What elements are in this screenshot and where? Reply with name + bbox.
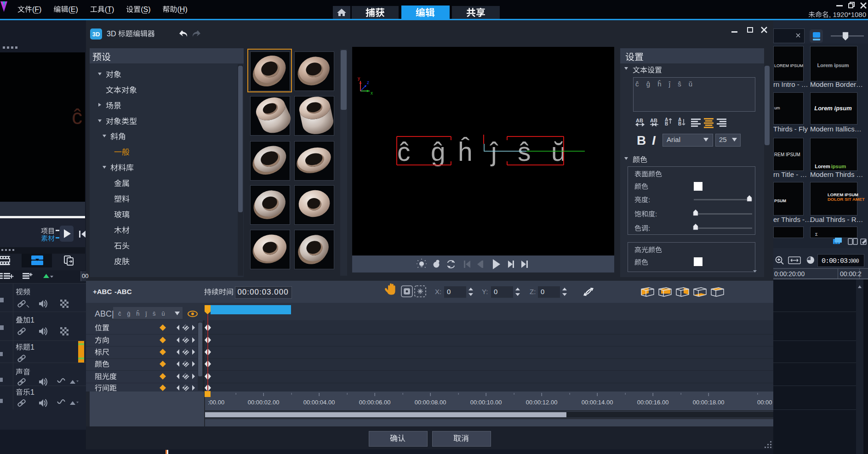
- svg-text::: :: [655, 210, 657, 218]
- svg-text:B: B: [665, 121, 668, 126]
- svg-text:00:00:04.00: 00:00:04.00: [303, 399, 335, 406]
- svg-text:PSUM: PSUM: [774, 199, 786, 203]
- svg-text:Lorem ipsum: Lorem ipsum: [814, 105, 852, 112]
- svg-text:, 1920*1080: , 1920*1080: [829, 11, 866, 18]
- svg-text:ĝ: ĝ: [431, 137, 445, 166]
- svg-text:rn Intro - …: rn Intro - …: [773, 80, 808, 88]
- svg-text:um: um: [774, 106, 780, 110]
- svg-text:Thirds - Fly: Thirds - Fly: [773, 125, 808, 133]
- svg-text:y: y: [358, 76, 360, 81]
- svg-text:00:00:16.00: 00:00:16.00: [637, 399, 669, 406]
- svg-text:00:00:2: 00:00:2: [840, 270, 862, 278]
- svg-text:00:00: 00:00: [757, 399, 772, 406]
- svg-text:Arial: Arial: [667, 136, 680, 143]
- svg-text:Modern Thirds …: Modern Thirds …: [810, 170, 863, 178]
- svg-text:I: I: [652, 133, 656, 148]
- svg-text:er Thirds -…: er Thirds -…: [773, 216, 811, 223]
- svg-text:ĉ: ĉ: [397, 137, 411, 166]
- svg-text:AB: AB: [650, 118, 657, 123]
- svg-text:00:00:02.00: 00:00:02.00: [248, 399, 280, 406]
- svg-text::00.00: :00.00: [208, 399, 224, 406]
- svg-text:rn Title - …: rn Title - …: [773, 170, 807, 178]
- svg-text:25: 25: [719, 136, 727, 143]
- svg-text:1: 1: [30, 316, 34, 324]
- svg-text:00: 00: [82, 272, 88, 279]
- svg-text:0: 0: [541, 288, 544, 295]
- svg-text:ĉ: ĉ: [72, 105, 82, 129]
- svg-text:ABC|: ABC|: [95, 309, 114, 318]
- svg-text:-ABC: -ABC: [114, 288, 132, 295]
- svg-text:3D: 3D: [92, 31, 100, 38]
- svg-text:0: 0: [447, 288, 451, 295]
- svg-text:ĥ: ĥ: [458, 137, 473, 166]
- svg-text:(S): (S): [141, 6, 150, 13]
- svg-text:Modern Itallics…: Modern Itallics…: [810, 125, 862, 133]
- svg-text:00:00:03.000: 00:00:03.000: [237, 288, 288, 296]
- svg-text:Y:: Y:: [482, 288, 488, 295]
- svg-text:Σ: Σ: [815, 232, 818, 237]
- svg-text:ŝ: ŝ: [518, 137, 531, 166]
- svg-text::: :: [648, 196, 650, 204]
- svg-text:00:00:14.00: 00:00:14.00: [582, 399, 613, 406]
- svg-text:Z:: Z:: [530, 288, 536, 295]
- svg-text:DOLOR SIT AMET: DOLOR SIT AMET: [828, 197, 865, 202]
- svg-text:0:00:20:00: 0:00:20:00: [774, 270, 805, 278]
- svg-text:0: 0: [494, 288, 497, 295]
- svg-text:(E): (E): [68, 6, 78, 13]
- svg-text:1: 1: [30, 343, 34, 351]
- svg-text:z: z: [367, 80, 369, 85]
- svg-text:LOREM IPSUM: LOREM IPSUM: [774, 63, 803, 68]
- svg-text:AB: AB: [636, 118, 643, 123]
- svg-text:ĵ: ĵ: [490, 137, 498, 166]
- svg-text:ĉ ĝ ĥ ĵ ŝ ŭ: ĉ ĝ ĥ ĵ ŝ ŭ: [635, 80, 695, 88]
- svg-text:3D: 3D: [107, 30, 116, 38]
- svg-text:REM IPSUM: REM IPSUM: [774, 152, 800, 157]
- svg-text:+ABC: +ABC: [93, 288, 112, 295]
- svg-text:Lorem ipsum: Lorem ipsum: [817, 62, 849, 68]
- svg-text:(F): (F): [32, 6, 41, 13]
- svg-text:ipsum: ipsum: [831, 164, 846, 169]
- svg-text:ĉ ĝ ĥ ĵ ŝ ŭ: ĉ ĝ ĥ ĵ ŝ ŭ: [118, 310, 167, 317]
- svg-text:X:: X:: [435, 288, 441, 295]
- svg-text:Lorem: Lorem: [815, 164, 830, 169]
- svg-text:x: x: [371, 91, 373, 96]
- svg-text::: :: [648, 224, 650, 232]
- svg-text:1: 1: [30, 388, 34, 396]
- svg-text:00:00:08.00: 00:00:08.00: [415, 399, 446, 406]
- svg-text:B: B: [678, 121, 681, 126]
- svg-text:00:00:10.00: 00:00:10.00: [470, 399, 502, 406]
- svg-text:(H): (H): [177, 6, 188, 13]
- svg-text:00:00:06.00: 00:00:06.00: [359, 399, 391, 406]
- svg-text:Modern Border…: Modern Border…: [810, 80, 863, 88]
- svg-text:Dual Thirds - R…: Dual Thirds - R…: [810, 216, 863, 223]
- svg-text:(T): (T): [105, 6, 114, 13]
- svg-text:00:00:12.00: 00:00:12.00: [526, 399, 558, 406]
- svg-text:000: 000: [850, 258, 859, 265]
- svg-text:00:00:18.00: 00:00:18.00: [693, 399, 725, 406]
- svg-text:B: B: [637, 133, 646, 148]
- svg-text:0:00:03:: 0:00:03:: [822, 257, 851, 265]
